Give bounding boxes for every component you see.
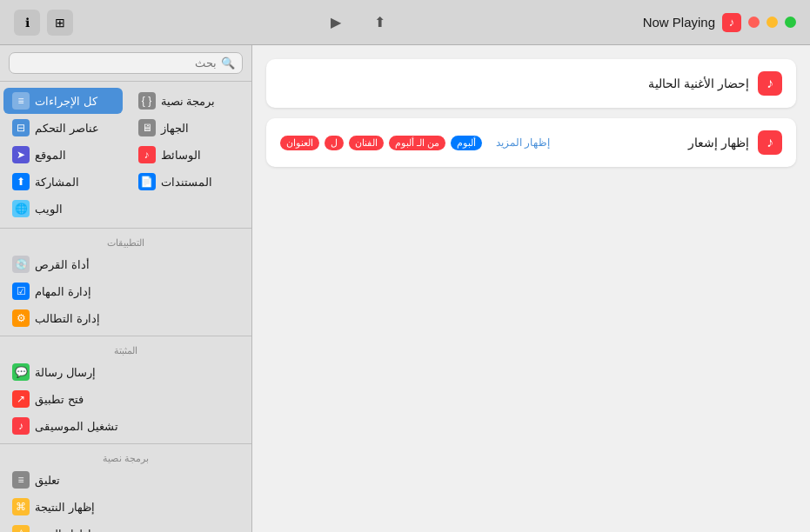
- search-input[interactable]: [17, 57, 217, 70]
- sidebar-item-label: عناصر التحكم: [35, 122, 99, 135]
- sidebar-item-text-programming[interactable]: برمجة نصية { }: [130, 88, 249, 114]
- play-icon: ▶: [331, 14, 341, 30]
- sidebar-left-col: كل الإجراءات ≡ عناصر التحكم ⊟ الموقع ➤ ا…: [0, 87, 126, 223]
- sidebar-right-col: برمجة نصية { } الجهاز 🖥 الوسائط ♪ المستن…: [126, 87, 252, 223]
- featured-section-label: المثبتة: [0, 340, 251, 358]
- share-button[interactable]: ⬆: [366, 10, 392, 36]
- sidebar-item-label: فتح تطبيق: [35, 393, 84, 406]
- titlebar-center: ▶ ⬆: [323, 10, 392, 36]
- sidebar-item-sharing[interactable]: المشاركة ⬆: [3, 169, 123, 195]
- sidebar-item-app2[interactable]: إدارة التطالب ⚙: [3, 305, 248, 331]
- show-result-icon: ⌘: [12, 498, 30, 515]
- apps-section-label: التطبيقات: [0, 232, 251, 250]
- card2-header: ♪ إظهار إشعار إظهار المزيد ألبوم من الـ …: [280, 130, 782, 155]
- sidebar-item-show-result[interactable]: إظهار النتيجة ⌘: [3, 494, 248, 520]
- sidebar-item-documents[interactable]: المستندات 📄: [130, 169, 249, 195]
- documents-icon: 📄: [138, 173, 156, 190]
- music-badge-icon: ♪: [729, 16, 735, 29]
- main-layout: 🔍 برمجة نصية { } الجهاز 🖥: [0, 45, 810, 532]
- traffic-light-green[interactable]: [785, 17, 796, 28]
- tag-from-the-album[interactable]: من الـ ألبوم: [389, 136, 445, 150]
- tag-l[interactable]: ل: [325, 136, 344, 150]
- sidebar-item-label: المشاركة: [35, 176, 79, 189]
- search-bar: 🔍: [0, 45, 251, 82]
- sidebar-item-show-alert[interactable]: إظهار التنبيه ⚠: [3, 521, 248, 532]
- share-icon: ⬆: [374, 14, 385, 30]
- content-area: ♪ إحضار الأغنية الحالية ♪ إظهار إشعار إظ…: [252, 45, 810, 532]
- play-button[interactable]: ▶: [323, 10, 349, 36]
- sharing-icon: ⬆: [12, 173, 30, 190]
- sidebar-item-label: الجهاز: [161, 122, 189, 135]
- sidebar-item-comment[interactable]: تعليق ≡: [3, 467, 248, 493]
- tag-title[interactable]: العنوان: [280, 136, 319, 150]
- sidebar-item-label: تعليق: [35, 474, 60, 487]
- sidebar-item-controls[interactable]: عناصر التحكم ⊟: [3, 115, 123, 141]
- sidebar-item-label: الموقع: [35, 149, 66, 162]
- card1-title: إحضار الأغنية الحالية: [648, 76, 749, 90]
- device-icon: 🖥: [138, 119, 156, 136]
- titlebar-left-controls: ℹ ⊞: [14, 10, 73, 36]
- traffic-light-red[interactable]: [748, 17, 760, 28]
- open-app-icon: ↗: [12, 390, 30, 408]
- sidebar: 🔍 برمجة نصية { } الجهاز 🖥: [0, 45, 252, 532]
- now-playing-label: Now Playing: [643, 15, 715, 30]
- featured-section: المثبتة إرسال رسالة 💬 فتح تطبيق ↗ تشغيل …: [0, 336, 251, 444]
- sidebar-item-play-music[interactable]: تشغيل الموسيقى ♪: [3, 413, 248, 439]
- sidebar-item-label: إظهار التنبيه: [35, 528, 91, 533]
- all-actions-icon: ≡: [12, 92, 30, 110]
- sidebar-item-label: المستندات: [161, 176, 212, 189]
- sidebar-item-label: إدارة المهام: [35, 285, 91, 298]
- sidebar-item-disk-utility[interactable]: أداة القرص 💿: [3, 251, 248, 277]
- sidebar-item-label: أداة القرص: [35, 258, 90, 271]
- sidebar-item-send-message[interactable]: إرسال رسالة 💬: [3, 359, 248, 385]
- action-card-2: ♪ إظهار إشعار إظهار المزيد ألبوم من الـ …: [266, 118, 796, 167]
- sidebar-item-task-manager[interactable]: إدارة المهام ☑: [3, 278, 248, 304]
- sidebar-item-all-actions[interactable]: كل الإجراءات ≡: [3, 88, 123, 114]
- sidebar-item-label: إرسال رسالة: [35, 366, 96, 379]
- card2-right: ♪ إظهار إشعار: [688, 130, 782, 155]
- disk-utility-icon: 💿: [12, 256, 30, 273]
- card2-icon: ♪: [758, 130, 782, 155]
- web-icon: 🌐: [12, 200, 30, 217]
- sidebar-item-web[interactable]: الويب 🌐: [3, 196, 123, 222]
- text-prog-section: برمجة نصية تعليق ≡ إظهار النتيجة ⌘ إظهار…: [0, 444, 251, 532]
- search-icon: 🔍: [221, 57, 235, 70]
- show-alert-icon: ⚠: [12, 525, 30, 532]
- info-icon: ℹ: [25, 16, 30, 30]
- app2-icon: ⚙: [12, 309, 30, 327]
- sidebar-item-label: الويب: [35, 203, 63, 216]
- sidebar-item-open-app[interactable]: فتح تطبيق ↗: [3, 386, 248, 412]
- card1-icon: ♪: [758, 71, 782, 96]
- comment-icon: ≡: [12, 471, 30, 489]
- action-card-1: ♪ إحضار الأغنية الحالية: [266, 59, 796, 108]
- sidebar-item-label: برمجة نصية: [161, 95, 216, 108]
- tag-artist[interactable]: الفنان: [349, 136, 384, 150]
- send-message-icon: 💬: [12, 363, 30, 381]
- titlebar: ℹ ⊞ ▶ ⬆ Now Playing ♪: [0, 0, 810, 45]
- controls-icon: ⊟: [12, 119, 30, 136]
- sidebar-item-device[interactable]: الجهاز 🖥: [130, 115, 249, 141]
- titlebar-right: Now Playing ♪: [643, 13, 796, 32]
- show-more-button[interactable]: إظهار المزيد: [496, 136, 550, 149]
- sidebar-scroll: برمجة نصية { } الجهاز 🖥 الوسائط ♪ المستن…: [0, 82, 251, 532]
- sidebar-item-label: تشغيل الموسيقى: [35, 420, 118, 433]
- sidebar-item-location[interactable]: الموقع ➤: [3, 142, 123, 168]
- traffic-light-yellow[interactable]: [766, 17, 778, 28]
- card2-title: إظهار إشعار: [688, 136, 749, 150]
- play-music-icon: ♪: [12, 417, 30, 435]
- location-icon: ➤: [12, 146, 30, 163]
- sidebar-item-label: إدارة التطالب: [35, 312, 100, 325]
- sidebar-item-label: كل الإجراءات: [35, 95, 97, 108]
- text-prog-section-label: برمجة نصية: [0, 448, 251, 466]
- card2-left: إظهار المزيد ألبوم من الـ ألبوم الفنان ل…: [280, 136, 550, 150]
- info-button[interactable]: ℹ: [14, 10, 40, 36]
- task-manager-icon: ☑: [12, 283, 30, 300]
- apps-section: التطبيقات أداة القرص 💿 إدارة المهام ☑ إد…: [0, 229, 251, 336]
- media-icon: ♪: [138, 146, 156, 163]
- sidebar-item-media[interactable]: الوسائط ♪: [130, 142, 249, 168]
- tag-album[interactable]: ألبوم: [451, 136, 482, 150]
- search-wrap[interactable]: 🔍: [9, 52, 243, 74]
- music-app-badge: ♪: [722, 13, 741, 32]
- add-button[interactable]: ⊞: [47, 10, 73, 36]
- sidebar-item-label: الوسائط: [161, 149, 201, 162]
